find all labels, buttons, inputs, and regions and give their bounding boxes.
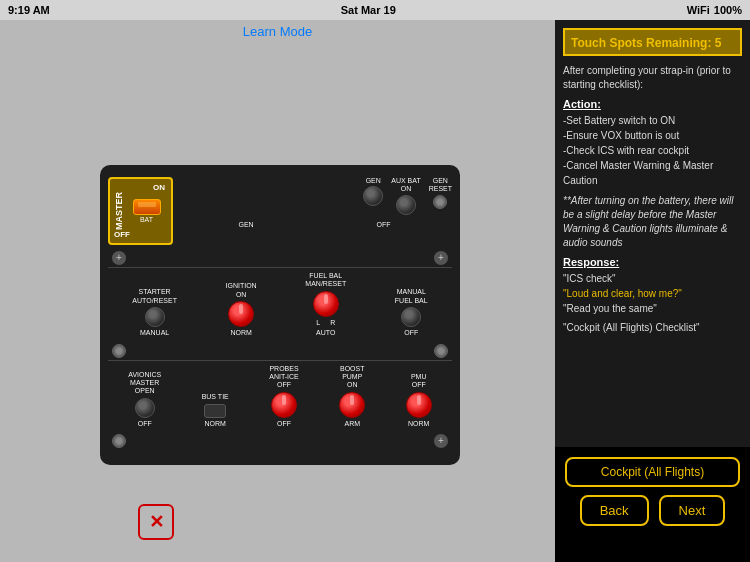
aux-bat-knob[interactable] — [396, 195, 416, 215]
right-panel: Touch Spots Remaining: 5 After completin… — [555, 20, 750, 562]
nav-buttons: Back Next — [580, 495, 726, 526]
norm-label3: NORM — [408, 420, 429, 428]
bus-tie-group: BUS TIE NORM — [202, 393, 229, 428]
cockpit-middle-row: STARTERAUTO/RESET MANUAL IGNITIONON NORM… — [108, 267, 452, 342]
aux-bat-label: AUX BATON — [391, 177, 420, 194]
pmu-label: PMUOFF — [411, 373, 427, 390]
cockpit-panel: ON MASTER BAT OFF GEN — [100, 165, 460, 465]
top-right-controls: GEN AUX BATON GENRESET — [177, 177, 452, 245]
battery-level: 100% — [714, 4, 742, 16]
bat-selector[interactable] — [133, 199, 161, 215]
avionics-group: AVIONICSMASTEROPEN OFF — [128, 371, 161, 429]
circle-right[interactable] — [434, 344, 448, 358]
manual-fuel-group: MANUALFUEL BAL OFF — [395, 288, 428, 337]
action-text: -Set Battery switch to ON -Ensure VOX bu… — [563, 113, 742, 188]
fuel-bal-group: FUEL BALMAN/RESET L R AUTO — [305, 272, 346, 338]
fuel-bal-label: FUEL BALMAN/RESET — [305, 272, 346, 289]
norm-label: NORM — [230, 329, 251, 337]
right-bottom-nav: Cockpit (All Flights) Back Next — [555, 447, 750, 562]
response-line-1: "ICS check" — [563, 271, 742, 286]
action-line-3: -Check ICS with rear cockpit — [563, 143, 742, 158]
close-button[interactable]: ✕ — [138, 504, 174, 540]
checklist-ref: "Cockpit (All Flights) Checklist" — [563, 322, 742, 333]
right-top-info: Touch Spots Remaining: 5 After completin… — [555, 20, 750, 447]
r-label: R — [330, 319, 335, 327]
cockpit-top-row: ON MASTER BAT OFF GEN — [108, 177, 452, 245]
status-day: Sat Mar 19 — [341, 4, 396, 16]
response-lines: "ICS check" "Loud and clear, how me?" "R… — [563, 271, 742, 316]
checklist-button[interactable]: Cockpit (All Flights) — [565, 457, 740, 487]
touch-spots-text: Touch Spots Remaining: 5 — [571, 36, 721, 50]
gen-reset-label: GENRESET — [429, 177, 452, 194]
off-bot-label: OFF — [377, 221, 391, 229]
master-block[interactable]: ON MASTER BAT OFF — [108, 177, 173, 245]
norm-label2: NORM — [205, 420, 226, 428]
next-button[interactable]: Next — [659, 495, 726, 526]
wifi-icon: WiFi — [687, 4, 710, 16]
off-label2: OFF — [404, 329, 418, 337]
bat-knob-area: BAT — [126, 199, 167, 223]
arm-label: ARM — [344, 420, 360, 428]
note-text: **After turning on the battery, there wi… — [563, 194, 742, 250]
gen-bot-item: GEN — [238, 221, 253, 229]
avionics-knob[interactable] — [135, 398, 155, 418]
boost-pump-label: BOOSTPUMPON — [340, 365, 365, 390]
back-button[interactable]: Back — [580, 495, 649, 526]
master-off-label: OFF — [114, 230, 130, 239]
action-line-4: -Cancel Master Warning & Master Caution — [563, 158, 742, 188]
gen-reset-item: GENRESET — [429, 177, 452, 209]
probes-group: PROBESANIT-ICEOFF OFF — [269, 365, 299, 429]
plus-left[interactable]: + — [112, 251, 126, 265]
pmu-knob[interactable] — [406, 392, 432, 418]
off-bot-item: OFF — [377, 221, 391, 229]
action-line-1: -Set Battery switch to ON — [563, 113, 742, 128]
status-time: 9:19 AM — [8, 4, 50, 16]
touch-spots-header: Touch Spots Remaining: 5 — [563, 28, 742, 56]
auto-label: AUTO — [316, 329, 335, 337]
learn-mode-label: Learn Mode — [243, 24, 312, 39]
probes-label: PROBESANIT-ICEOFF — [269, 365, 299, 390]
status-bar: 9:19 AM Sat Mar 19 WiFi 100% — [0, 0, 750, 20]
gen-label: GEN — [366, 177, 381, 185]
bus-tie-switch[interactable] — [204, 404, 226, 418]
off-label4: OFF — [277, 420, 291, 428]
l-label: L — [316, 319, 320, 327]
bus-tie-label: BUS TIE — [202, 393, 229, 401]
action-header: Action: — [563, 98, 742, 110]
manual-fuel-label: MANUALFUEL BAL — [395, 288, 428, 305]
response-header: Response: — [563, 256, 742, 268]
left-panel: Learn Mode ON MASTER BAT OFF — [0, 20, 555, 562]
plus-bot-right[interactable]: + — [434, 434, 448, 448]
response-line-2: "Loud and clear, how me?" — [563, 286, 742, 301]
cockpit-bottom-row: AVIONICSMASTEROPEN OFF BUS TIE NORM PROB… — [108, 360, 452, 433]
bat-label: BAT — [140, 216, 153, 223]
off-label3: OFF — [138, 420, 152, 428]
probes-knob[interactable] — [271, 392, 297, 418]
response-line-3: "Read you the same" — [563, 301, 742, 316]
boost-pump-knob[interactable] — [339, 392, 365, 418]
pmu-group: PMUOFF NORM — [406, 373, 432, 428]
fuel-bal-knob[interactable] — [313, 291, 339, 317]
starter-label: STARTERAUTO/RESET — [132, 288, 177, 305]
aux-bat-item: AUX BATON — [391, 177, 420, 215]
manual-fuel-knob[interactable] — [401, 307, 421, 327]
ignition-knob[interactable] — [228, 301, 254, 327]
circle-bot-left[interactable] — [112, 434, 126, 448]
circle-left[interactable] — [112, 344, 126, 358]
instruction-text: After completing your strap-in (prior to… — [563, 64, 742, 92]
rc-top: GEN AUX BATON GENRESET — [177, 177, 452, 215]
action-line-2: -Ensure VOX button is out — [563, 128, 742, 143]
master-text: MASTER — [114, 192, 124, 230]
gen-reset-button[interactable] — [433, 195, 447, 209]
ignition-group: IGNITIONON NORM — [226, 282, 257, 337]
manual-label: MANUAL — [140, 329, 169, 337]
master-on-label: ON — [153, 183, 165, 192]
rc-bottom: GEN OFF — [177, 217, 452, 229]
gen-knob[interactable] — [363, 186, 383, 206]
starter-group: STARTERAUTO/RESET MANUAL — [132, 288, 177, 337]
plus-right[interactable]: + — [434, 251, 448, 265]
ignition-label: IGNITIONON — [226, 282, 257, 299]
avionics-label: AVIONICSMASTEROPEN — [128, 371, 161, 396]
starter-knob[interactable] — [145, 307, 165, 327]
gen-bot-label: GEN — [238, 221, 253, 229]
